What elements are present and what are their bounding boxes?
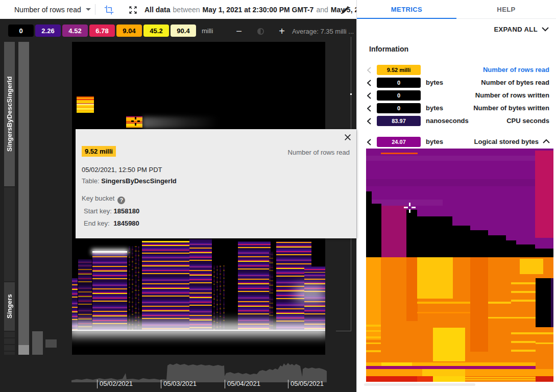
average-value: Average: 7.35 milli ... [292,28,354,35]
keymap-level3-block[interactable] [32,331,43,355]
crosshair-cursor [131,117,140,126]
chevron-left-icon[interactable] [367,139,371,145]
metric-unit: bytes [426,104,443,112]
chevron-left-icon[interactable] [367,67,371,74]
panel-tabs: METRICS HELP [357,0,556,19]
keymap-level2-highlight [18,345,29,355]
chevron-left-icon[interactable] [367,118,371,125]
glow-band-bottom [72,323,325,336]
key-bucket-label: Key bucket [82,194,114,202]
keymap-segment[interactable] [4,332,15,337]
metrics-panel: METRICS HELP EXPAND ALL Information 9.52… [356,0,556,392]
keymap-segment[interactable] [4,338,15,344]
color-legend: 02.264.526.789.0445.290.4 milli [8,24,213,37]
zoom-in-button[interactable]: + [275,24,288,38]
brightness-icon [256,27,265,36]
metric-unit: bytes [426,79,443,86]
tab-help[interactable]: HELP [456,0,556,18]
range-between: between [173,6,200,14]
bright-row-bottom [72,330,325,331]
legend-unit: milli [202,27,213,35]
cell-detail-card: 9.52 milli Number of rows read 05/02/202… [76,129,356,238]
metric-label[interactable]: CPU seconds [506,117,549,125]
heat-cluster-1[interactable] [77,96,94,113]
top-toolbar: Number of rows read All data between May… [0,0,356,19]
metric-row[interactable]: 0Number of rows written [357,89,556,102]
metric-label[interactable]: Number of bytes written [473,104,549,112]
help-icon[interactable]: ? [117,197,125,204]
legend-stop: 45.2 [143,24,169,37]
start-key-line: Start key: 1858180 [84,207,139,215]
metric-selector-dropdown[interactable]: Number of rows read [14,0,91,19]
metric-row-logical-stored-bytes[interactable]: 24.07 bytes Logical stored bytes [357,136,556,149]
close-button[interactable] [342,132,353,143]
start-key-value: 1858180 [114,207,140,215]
tab-metrics[interactable]: METRICS [357,0,456,18]
hover-smear [142,117,219,129]
chevron-left-icon[interactable] [367,80,371,86]
keymap-segment[interactable] [4,345,15,351]
cell-metric-name: Number of rows read [288,149,350,156]
scroll-indicator-thumb[interactable] [350,93,352,95]
keymap-segment-singers[interactable]: Singers [4,282,15,331]
table-name: SingersByDescSingerId [101,177,176,185]
keymap-level4-block[interactable] [45,339,57,348]
metric-row[interactable]: 83.97nanosecondsCPU seconds [357,115,556,128]
chevron-left-icon[interactable] [367,105,371,112]
x-axis-date-label: 05/04/2021 [225,380,260,388]
close-icon [344,133,352,141]
metric-label[interactable]: Number of rows read [483,66,549,74]
metric-unit: bytes [426,138,443,145]
brightness-button[interactable] [254,24,267,38]
crop-button[interactable] [103,4,114,15]
metric-row[interactable]: 9.52 milliNumber of rows read [357,64,556,77]
metric-value-chip: 0 [377,103,421,113]
metric-unit: nanoseconds [426,117,469,125]
metric-label[interactable]: Number of rows written [475,91,549,99]
scroll-indicator-end [336,331,351,331]
keymap-segment[interactable] [4,352,15,355]
pencil-icon [341,5,350,14]
end-key-line: End key: 1845980 [84,219,139,227]
bright-row [92,251,127,253]
key-bucket-line: Key bucket? [82,194,125,204]
chevron-down-icon [86,8,91,11]
range-start: May 1, 2021 at 2:30:00 PM GMT-7 [203,6,314,14]
glow-spot-right [296,286,325,302]
zoom-out-map-icon [128,5,138,15]
start-key-label: Start key: [84,207,112,215]
keymap-segment[interactable] [4,187,15,281]
legend-chips: 02.264.526.789.0445.290.4 [8,24,196,37]
metric-selector-label: Number of rows read [14,6,81,14]
legend-stop: 9.04 [116,24,142,37]
key-visualizer-app: Number of rows read All data between May… [0,0,556,392]
stored-bytes-minimap[interactable] [366,149,553,382]
expand-all-button[interactable]: EXPAND ALL [494,26,549,33]
x-axis-date-label: 05/05/2021 [288,380,324,388]
keymap-level2-bar[interactable] [18,42,29,355]
edit-range-button[interactable] [340,4,351,15]
range-and: and [316,6,328,14]
table-label: Table: [82,177,100,185]
minimap-scrollbar[interactable] [364,383,475,386]
time-range-display: All data between May 1, 2021 at 2:30:00 … [144,0,358,19]
keymap-segment-singersbydescsingerid[interactable]: SingersByDescSingerId [4,42,15,186]
metric-label: Logical stored bytes [474,138,539,145]
end-key-value: 1845980 [113,219,139,227]
metric-row[interactable]: 0bytesNumber of bytes written [357,102,556,115]
metric-row[interactable]: 0bytesNumber of bytes read [357,77,556,89]
legend-stop: 0 [8,24,34,37]
crop-icon [104,5,114,15]
zoom-out-button[interactable]: − [232,24,246,38]
hot-row-line [142,241,189,242]
fit-to-screen-button[interactable] [127,4,138,15]
chevron-up-icon[interactable] [543,139,550,143]
cell-timestamp: 05/02/2021, 12:50 PM PDT [82,166,162,174]
metric-value-chip: 9.52 milli [377,65,421,75]
x-axis-date-label: 05/02/2021 [97,380,133,388]
y-axis-label-singers: Singers [4,282,15,331]
chevron-left-icon[interactable] [367,92,371,99]
metric-value-chip: 0 [377,90,421,101]
metric-label[interactable]: Number of bytes read [481,79,549,86]
cell-value-badge: 9.52 milli [82,146,116,157]
